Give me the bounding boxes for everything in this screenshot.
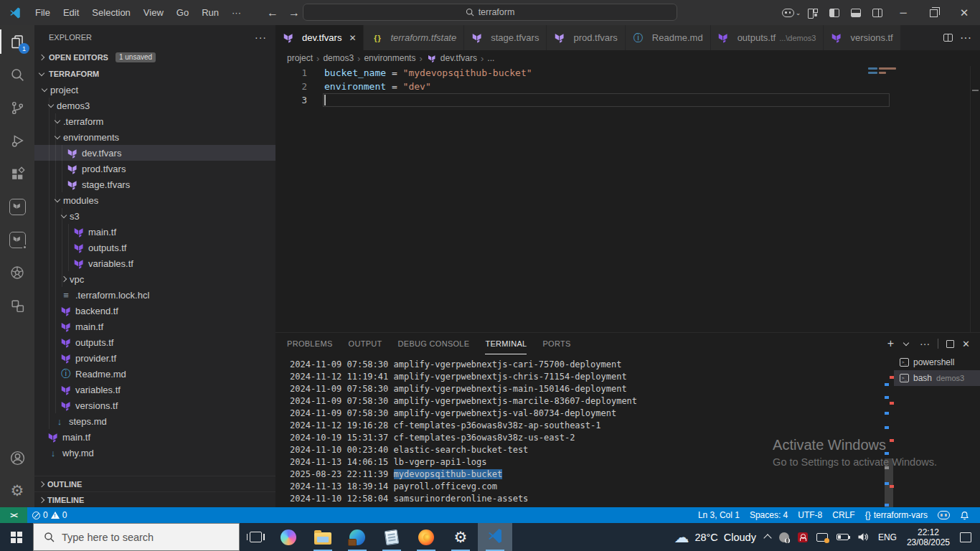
- panel-more-actions[interactable]: ···: [920, 338, 930, 349]
- tree-item-s3[interactable]: s3: [34, 208, 275, 224]
- notifications-bell[interactable]: [955, 507, 974, 523]
- breadcrumb-demos3[interactable]: demos3: [323, 53, 354, 63]
- tray-security-app[interactable]: [793, 523, 812, 551]
- start-button[interactable]: [0, 523, 33, 551]
- breadcrumb-devtfvars[interactable]: dev.tfvars: [426, 52, 477, 64]
- activity-extensions-button[interactable]: [0, 157, 34, 190]
- tree-item-vpc[interactable]: vpc: [34, 271, 275, 287]
- status-utf-8[interactable]: UTF-8: [793, 507, 827, 523]
- tree-item-variables.tf[interactable]: variables.tf: [34, 255, 275, 271]
- minimize-button[interactable]: ─: [888, 0, 918, 25]
- remote-indicator[interactable]: ><: [0, 507, 27, 523]
- minimap[interactable]: [867, 66, 905, 152]
- activity-settings-button[interactable]: ⚙: [0, 474, 34, 507]
- activity-terraform-button[interactable]: [0, 190, 34, 223]
- edge-button[interactable]: [340, 523, 374, 551]
- tree-item-.terraform[interactable]: .terraform: [34, 113, 275, 129]
- settings-button[interactable]: ⚙: [443, 523, 478, 551]
- explorer-more-actions[interactable]: ···: [255, 32, 267, 43]
- workspace-root[interactable]: TERRAFORM: [34, 65, 275, 82]
- tray-expand-button[interactable]: [760, 523, 775, 551]
- toggle-sidebar-button[interactable]: [824, 0, 845, 25]
- tree-item-outputs.tf[interactable]: outputs.tf: [34, 240, 275, 255]
- tree-item-provider.tf[interactable]: provider.tf: [34, 350, 275, 366]
- menu-file[interactable]: File: [29, 0, 57, 25]
- terminal-output[interactable]: 2024-11-09 07:58:30 amplify-vgerpwebnext…: [275, 354, 884, 507]
- copilot-button[interactable]: ⌄: [781, 0, 802, 25]
- copilot-button[interactable]: [271, 523, 306, 551]
- volume-indicator[interactable]: [853, 523, 874, 551]
- customize-layout-button[interactable]: [802, 0, 824, 25]
- activity-source-control-button[interactable]: [0, 91, 34, 124]
- tab-more-actions[interactable]: ···: [960, 32, 971, 44]
- tree-item-steps.md[interactable]: ↓steps.md: [34, 413, 275, 429]
- split-editor-icon[interactable]: [943, 34, 953, 42]
- menu-view[interactable]: View: [137, 0, 170, 25]
- firefox-button[interactable]: [409, 523, 443, 551]
- tree-item-backend.tf[interactable]: backend.tf: [34, 303, 275, 319]
- open-editors-section[interactable]: OPEN EDITORS 1 unsaved: [34, 49, 275, 65]
- language-indicator[interactable]: ENG: [874, 523, 901, 551]
- copilot-status[interactable]: [933, 507, 955, 523]
- breadcrumb[interactable]: project›demos3›environments›dev.tfvars›.…: [275, 50, 980, 66]
- clock[interactable]: 22:1223/08/2025: [901, 523, 956, 551]
- breadcrumb-project[interactable]: project: [287, 53, 313, 63]
- action-center-button[interactable]: [956, 523, 980, 551]
- tab-prod.tfvars[interactable]: prod.tfvars: [547, 25, 625, 50]
- tree-item-main.tf[interactable]: main.tf: [34, 429, 275, 445]
- weather-widget[interactable]: ☁ 28°C Cloudy: [669, 523, 760, 551]
- activity-search-button[interactable]: [0, 58, 34, 91]
- nav-forward-button[interactable]: →: [288, 6, 300, 19]
- status-ln-3-col-1[interactable]: Ln 3, Col 1: [693, 507, 745, 523]
- tab-versions.tf[interactable]: versions.tf: [824, 25, 900, 50]
- activity-kubernetes-button[interactable]: [0, 256, 34, 289]
- tray-audio-app[interactable]: [775, 523, 793, 551]
- new-terminal-button[interactable]: +: [887, 337, 894, 350]
- panel-tab-problems[interactable]: PROBLEMS: [287, 333, 333, 354]
- status-crlf[interactable]: CRLF: [827, 507, 859, 523]
- tree-item-dev.tfvars[interactable]: dev.tfvars: [34, 145, 275, 161]
- terminal-instance-bash[interactable]: >_bashdemos3: [894, 370, 980, 386]
- nav-back-button[interactable]: ←: [267, 6, 278, 19]
- outline-section[interactable]: OUTLINE: [34, 476, 275, 491]
- notepad-button[interactable]: [374, 523, 409, 551]
- tab-terraform.tfstate[interactable]: { }terraform.tfstate: [364, 25, 464, 50]
- tree-item-demos3[interactable]: demos3: [34, 98, 275, 113]
- panel-tab-debug-console[interactable]: DEBUG CONSOLE: [398, 333, 470, 354]
- tab-outputs.tf[interactable]: outputs.tf...\demos3: [711, 25, 824, 50]
- tree-item-versions.tf[interactable]: versions.tf: [34, 397, 275, 413]
- terminal-scrollbar[interactable]: [884, 354, 894, 507]
- activity-explorer-button[interactable]: 1: [0, 25, 34, 58]
- toggle-secondary-sidebar-button[interactable]: [867, 0, 888, 25]
- tree-item-stage.tfvars[interactable]: stage.tfvars: [34, 176, 275, 192]
- editor-scrollbar[interactable]: [970, 66, 980, 332]
- panel-tab-output[interactable]: OUTPUT: [349, 333, 382, 354]
- vscode-button[interactable]: [478, 523, 512, 551]
- menu-go[interactable]: Go: [170, 0, 195, 25]
- toggle-panel-button[interactable]: [845, 0, 867, 25]
- tray-display-app[interactable]: [812, 523, 832, 551]
- tree-item-why.md[interactable]: ↓why.md: [34, 445, 275, 461]
- tab-Readme.md[interactable]: ⓘReadme.md: [626, 25, 711, 50]
- terminal-profile-dropdown[interactable]: [903, 340, 909, 346]
- tab-stage.tfvars[interactable]: stage.tfvars: [464, 25, 547, 50]
- language-mode[interactable]: {} terraform-vars: [860, 507, 933, 523]
- command-center-search[interactable]: terraform: [303, 4, 677, 21]
- tab-dev.tfvars[interactable]: dev.tfvars✕: [275, 25, 364, 50]
- menu-edit[interactable]: Edit: [57, 0, 85, 25]
- menu-selection[interactable]: Selection: [85, 0, 136, 25]
- tree-item-environments[interactable]: environments: [34, 129, 275, 145]
- menu-run[interactable]: Run: [195, 0, 225, 25]
- close-panel-icon[interactable]: ✕: [962, 339, 970, 349]
- status-spaces-4[interactable]: Spaces: 4: [745, 507, 793, 523]
- tree-item-main.tf[interactable]: main.tf: [34, 319, 275, 334]
- terminal-instance-powershell[interactable]: >_powershell: [894, 354, 980, 370]
- activity-account-button[interactable]: [0, 441, 34, 474]
- close-button[interactable]: ✕: [948, 0, 980, 25]
- tree-item-modules[interactable]: modules: [34, 192, 275, 208]
- activity-terraform-cloud-button[interactable]: [0, 223, 34, 256]
- tree-item-Readme.md[interactable]: ⓘReadme.md: [34, 366, 275, 382]
- restore-button[interactable]: [918, 0, 948, 25]
- activity-run-debug-button[interactable]: [0, 124, 34, 157]
- panel-tab-terminal[interactable]: TERMINAL: [485, 333, 527, 354]
